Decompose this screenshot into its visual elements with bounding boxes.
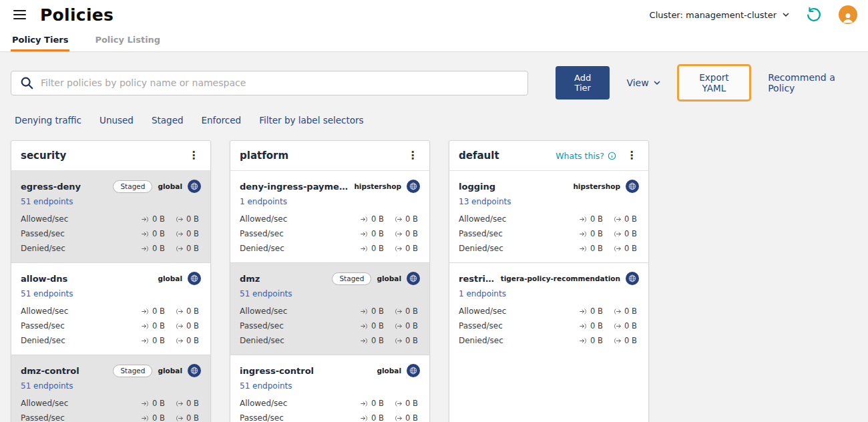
metric-label-passed: Passed/sec: [459, 321, 503, 331]
metric-value: 0 B: [590, 244, 605, 253]
metric-label-denied: Denied/sec: [240, 244, 284, 253]
metric-value: 0 B: [624, 214, 639, 224]
staged-badge: Staged: [332, 272, 371, 285]
egress-icon: [395, 400, 402, 407]
tier-header: platform ⋮: [230, 141, 429, 171]
metric-value: 0 B: [371, 229, 386, 238]
tier-kebab-menu-icon[interactable]: ⋮: [405, 150, 420, 161]
policy-scope-label: tigera-policy-recommendation: [501, 274, 620, 282]
tab-policy-listing[interactable]: Policy Listing: [93, 29, 162, 51]
policy-name[interactable]: ingress-control: [240, 366, 371, 376]
policy-row-logging[interactable]: logging hipstershop 13 endpoints Allowed…: [449, 171, 648, 263]
metric-label-allowed: Allowed/sec: [459, 214, 506, 224]
egress-icon: [176, 230, 183, 238]
policy-row-restricted[interactable]: restricted tigera-policy-recommendation …: [449, 263, 648, 355]
policy-scope-label: global: [377, 274, 401, 282]
endpoints-link[interactable]: 51 endpoints: [21, 289, 73, 298]
filter-label-selectors[interactable]: Filter by label selectors: [259, 115, 363, 126]
metric-value: 0 B: [186, 214, 201, 224]
header-right: Cluster: management-cluster: [650, 5, 857, 25]
policy-name[interactable]: egress-deny: [21, 182, 107, 192]
metric-value: 0 B: [405, 399, 420, 408]
search-input[interactable]: [41, 77, 519, 88]
filter-enforced[interactable]: Enforced: [202, 115, 242, 126]
app-header: Policies Cluster: management-cluster: [0, 0, 868, 29]
policy-row-dmz[interactable]: dmz Staged global 51 endpoints Allowed/s…: [230, 263, 429, 355]
metric-value: 0 B: [371, 306, 386, 316]
cluster-selector[interactable]: Cluster: management-cluster: [650, 10, 789, 20]
policy-scope-label: hipstershop: [573, 182, 620, 190]
user-icon: [841, 11, 855, 24]
metric-value: 0 B: [590, 306, 605, 316]
policy-name[interactable]: dmz: [240, 274, 327, 284]
whats-this-link[interactable]: Whats this?: [556, 151, 616, 161]
tier-card-security: security ⋮ egress-deny Staged global 51 …: [11, 140, 211, 422]
staged-badge: Staged: [113, 180, 152, 193]
endpoints-link[interactable]: 13 endpoints: [459, 197, 511, 206]
metric-value: 0 B: [186, 399, 201, 408]
globe-icon: [407, 364, 420, 377]
metric-label-passed: Passed/sec: [21, 413, 65, 422]
ingress-icon: [580, 245, 587, 252]
filter-staged[interactable]: Staged: [152, 115, 184, 126]
egress-icon: [176, 400, 183, 407]
egress-icon: [614, 337, 621, 345]
metric-value: 0 B: [405, 244, 420, 253]
ingress-icon: [361, 400, 368, 407]
export-yaml-button[interactable]: Export YAML: [677, 64, 751, 101]
metric-label-allowed: Allowed/sec: [459, 306, 506, 316]
metric-value: 0 B: [405, 321, 420, 331]
tier-card-platform: platform ⋮ deny-ingress-paymentservi... …: [230, 140, 430, 422]
search-box: [11, 71, 528, 95]
endpoints-link[interactable]: 51 endpoints: [240, 289, 292, 298]
policy-row-ingress-control[interactable]: ingress-control global 51 endpoints Allo…: [230, 355, 429, 422]
filter-unused[interactable]: Unused: [99, 115, 134, 126]
policy-name[interactable]: logging: [459, 182, 568, 192]
metric-value: 0 B: [371, 336, 386, 345]
policy-row-allow-dns[interactable]: allow-dns global 51 endpoints Allowed/se…: [11, 263, 210, 355]
add-tier-button[interactable]: Add Tier: [556, 66, 610, 99]
view-dropdown-label: View: [626, 77, 648, 88]
cluster-selector-label: Cluster: management-cluster: [650, 10, 777, 20]
filter-denying-traffic[interactable]: Denying traffic: [15, 115, 81, 126]
tier-kebab-menu-icon[interactable]: ⋮: [186, 150, 201, 161]
endpoints-link[interactable]: 51 endpoints: [21, 381, 73, 391]
ingress-icon: [361, 230, 368, 238]
metric-value: 0 B: [186, 244, 201, 253]
ingress-icon: [580, 323, 587, 330]
ingress-icon: [361, 323, 368, 330]
tab-policy-tiers[interactable]: Policy Tiers: [11, 29, 69, 51]
globe-icon: [407, 180, 420, 193]
endpoints-link[interactable]: 51 endpoints: [240, 381, 292, 391]
view-dropdown[interactable]: View: [626, 77, 660, 88]
ingress-icon: [361, 245, 368, 252]
egress-icon: [395, 337, 402, 345]
metric-value: 0 B: [590, 336, 605, 345]
ingress-icon: [142, 230, 149, 238]
recommend-policy-link[interactable]: Recommend a Policy: [768, 72, 857, 93]
egress-icon: [614, 245, 621, 252]
endpoints-link[interactable]: 1 endpoints: [459, 289, 506, 298]
hamburger-menu-icon[interactable]: [11, 7, 29, 23]
endpoints-link[interactable]: 1 endpoints: [240, 197, 287, 206]
policy-row-deny-ingress-paymentservice[interactable]: deny-ingress-paymentservi... hipstershop…: [230, 171, 429, 263]
tier-kebab-menu-icon[interactable]: ⋮: [624, 150, 639, 161]
policy-name[interactable]: deny-ingress-paymentservi...: [240, 182, 349, 192]
ingress-icon: [361, 308, 368, 315]
policy-row-dmz-control[interactable]: dmz-control Staged global 51 endpoints A…: [11, 355, 210, 422]
egress-icon: [614, 323, 621, 330]
policy-row-egress-deny[interactable]: egress-deny Staged global 51 endpoints A…: [11, 171, 210, 263]
policy-name[interactable]: restricted: [459, 274, 495, 284]
globe-icon: [626, 180, 639, 193]
user-avatar[interactable]: [839, 5, 857, 24]
search-icon: [19, 75, 34, 90]
metric-value: 0 B: [590, 229, 605, 238]
history-button[interactable]: [804, 5, 824, 25]
metric-value: 0 B: [152, 244, 167, 253]
egress-icon: [176, 245, 183, 252]
endpoints-link[interactable]: 51 endpoints: [21, 197, 73, 206]
policy-name[interactable]: dmz-control: [21, 366, 107, 376]
policy-name[interactable]: allow-dns: [21, 274, 152, 284]
metric-label-passed: Passed/sec: [21, 321, 65, 331]
egress-icon: [395, 216, 402, 223]
